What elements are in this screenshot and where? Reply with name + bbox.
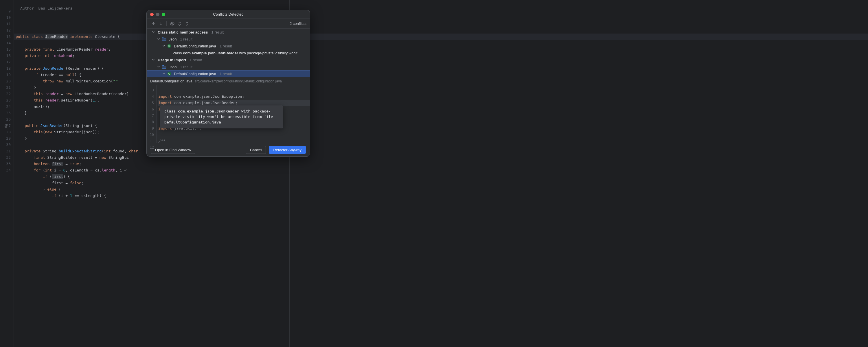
open-in-find-button[interactable]: Open in Find Window — [151, 146, 195, 154]
prev-occurrence-icon[interactable] — [150, 21, 157, 27]
preview-icon[interactable] — [169, 21, 175, 27]
tree-row[interactable]: CDefaultConfiguration.java1 result — [147, 70, 310, 77]
dialog-title: Conflicts Detected — [147, 12, 310, 17]
conflict-count-label: 2 conflicts — [290, 22, 306, 26]
editor-code-area[interactable]: Author: Bas Leijdekkers public class Jso… — [14, 0, 868, 347]
preview-file-path: src/com/example/configuration/DefaultCon… — [195, 79, 282, 83]
conflict-tooltip: class com.example.json.JsonReader with p… — [160, 105, 283, 128]
minimize-icon — [156, 13, 159, 16]
tree-row[interactable]: Json1 result — [147, 63, 310, 70]
svg-text:C: C — [168, 72, 170, 75]
preview-file-name: DefaultConfiguration.java — [150, 79, 192, 83]
tree-row[interactable]: class com.example.json.JsonReader with p… — [147, 50, 310, 56]
next-occurrence-icon[interactable] — [158, 21, 164, 27]
tree-row[interactable]: CDefaultConfiguration.java1 result — [147, 42, 310, 50]
tree-row[interactable]: Json1 result — [147, 36, 310, 42]
close-icon[interactable] — [150, 13, 154, 16]
svg-text:C: C — [168, 44, 170, 48]
preview-gutter: 3456789101112 — [147, 85, 157, 143]
preview-path-header: DefaultConfiguration.java src/com/exampl… — [147, 77, 310, 85]
tree-row[interactable]: Class static member access1 result — [147, 29, 310, 36]
editor-gutter: 9101112131415161718192021222324252627282… — [0, 0, 14, 347]
toolbar-separator — [166, 21, 167, 26]
dialog-toolbar: 2 conflicts — [147, 19, 310, 29]
refactor-anyway-button[interactable]: Refactor Anyway — [269, 146, 306, 154]
preview-pane[interactable]: 3456789101112 import com.example.json.Js… — [147, 85, 310, 143]
author-annotation: Author: Bas Leijdekkers — [20, 5, 72, 11]
collapse-all-icon[interactable] — [184, 21, 190, 27]
svg-point-0 — [172, 23, 173, 24]
dialog-footer: Open in Find Window Cancel Refactor Anyw… — [147, 143, 310, 156]
conflict-tree[interactable]: Class static member access1 resultJson1 … — [147, 29, 310, 77]
conflicts-dialog: Conflicts Detected 2 conflicts Class sta… — [146, 10, 310, 157]
expand-all-icon[interactable] — [177, 21, 183, 27]
dialog-titlebar: Conflicts Detected — [147, 10, 310, 19]
zoom-icon[interactable] — [162, 13, 165, 16]
tree-row[interactable]: Usage in import1 result — [147, 56, 310, 63]
window-controls — [150, 13, 165, 16]
cancel-button[interactable]: Cancel — [246, 146, 266, 154]
